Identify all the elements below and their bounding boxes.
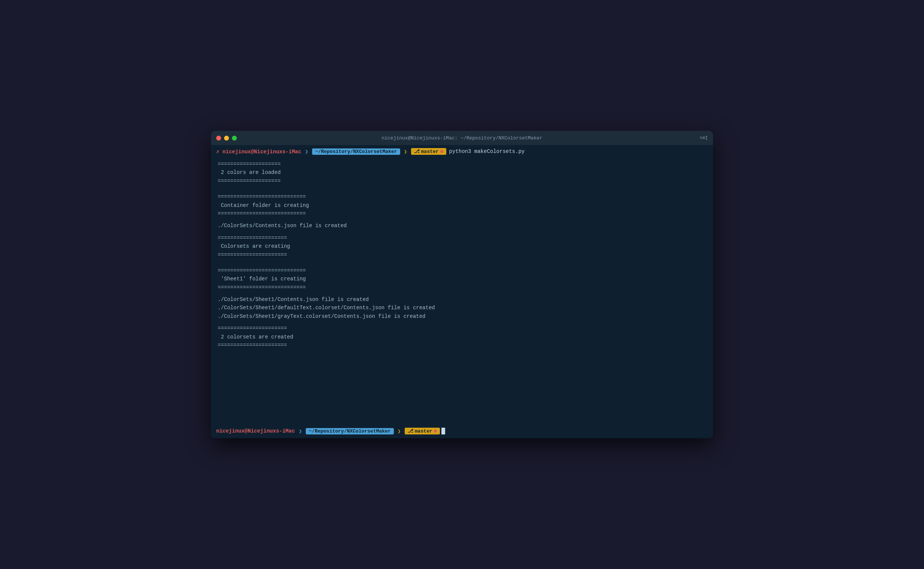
output-empty-2 [218, 189, 706, 193]
bottom-prompt-bar: nicejinux@Nicejinuxs-iMac ❯ ~/Repository… [211, 425, 713, 438]
prompt-branch: ⎇ master [411, 148, 446, 155]
output-sheet1-creating: 'Sheet1' folder is creating [218, 275, 706, 283]
output-sep-9: ====================== [218, 324, 706, 332]
output-graytext-created: ./ColorSets/Sheet1/grayText.colorset/Con… [218, 312, 706, 321]
output-defaulttext-created: ./ColorSets/Sheet1/defaultText.colorset/… [218, 304, 706, 312]
window-title: nicejinux@Nicejinuxs-iMac: ~/Repository/… [381, 135, 542, 141]
bottom-prompt-arrow-2: ❯ [394, 428, 404, 434]
output-sep-10: ====================== [218, 341, 706, 349]
output-container-creating: Container folder is creating [218, 201, 706, 210]
bottom-branch-icon: ⎇ [408, 428, 413, 434]
traffic-lights [216, 136, 237, 141]
output-area[interactable]: ==================== 2 colors are loaded… [211, 158, 713, 425]
close-button[interactable] [216, 136, 221, 141]
output-sep-2: ==================== [218, 177, 706, 185]
output-sep-6: ====================== [218, 251, 706, 259]
output-contents-created: ./ColorSets/Contents.json file is create… [218, 222, 706, 230]
output-empty-3 [218, 218, 706, 222]
minimize-button[interactable] [224, 136, 229, 141]
bottom-prompt-user: nicejinux@Nicejinuxs-iMac [216, 428, 295, 434]
branch-dot [440, 150, 443, 153]
titlebar: nicejinux@Nicejinuxs-iMac: ~/Repository/… [211, 131, 713, 145]
output-sep-3: ============================ [218, 193, 706, 201]
output-empty-6 [218, 263, 706, 266]
output-colorsets-created: 2 colorsets are created [218, 333, 706, 341]
output-empty-8 [218, 321, 706, 324]
output-sep-5: ====================== [218, 234, 706, 242]
output-colors-loaded: 2 colors are loaded [218, 168, 706, 176]
output-sep-4: ============================ [218, 210, 706, 218]
cursor [442, 428, 445, 434]
bottom-prompt-arrow-1: ❯ [296, 428, 305, 434]
maximize-button[interactable] [232, 136, 237, 141]
output-sep-7: ============================ [218, 266, 706, 275]
output-empty-5 [218, 259, 706, 263]
top-prompt-bar: ✗ nicejinux@Nicejinuxs-iMac ❯ ~/Reposito… [211, 145, 713, 158]
branch-name: master [421, 149, 439, 154]
keyboard-shortcut: ⌥⌘I [699, 135, 708, 141]
prompt-command: python3 makeColorsets.py [449, 148, 525, 154]
bottom-prompt-path: ~/Repository/NXColorsetMaker [306, 428, 393, 434]
prompt-arrow-2: ❯ [401, 148, 410, 155]
terminal-body[interactable]: ✗ nicejinux@Nicejinuxs-iMac ❯ ~/Reposito… [211, 145, 713, 438]
prompt-user: ✗ nicejinux@Nicejinuxs-iMac [216, 148, 301, 155]
output-empty-4 [218, 230, 706, 234]
branch-icon: ⎇ [414, 148, 420, 154]
bottom-prompt-branch: ⎇ master [405, 428, 440, 434]
output-sep-8: ============================ [218, 283, 706, 292]
output-empty-7 [218, 292, 706, 295]
prompt-path: ~/Repository/NXColorsetMaker [312, 148, 400, 155]
bottom-branch-name: master [415, 428, 432, 434]
output-empty-1 [218, 185, 706, 189]
output-colorsets-creating: Colorsets are creating [218, 242, 706, 250]
prompt-arrow-1: ❯ [302, 148, 311, 155]
output-sep-1: ==================== [218, 160, 706, 168]
bottom-branch-dot [434, 429, 437, 432]
output-sheet1-contents: ./ColorSets/Sheet1/Contents.json file is… [218, 295, 706, 304]
terminal-window: nicejinux@Nicejinuxs-iMac: ~/Repository/… [211, 131, 713, 438]
